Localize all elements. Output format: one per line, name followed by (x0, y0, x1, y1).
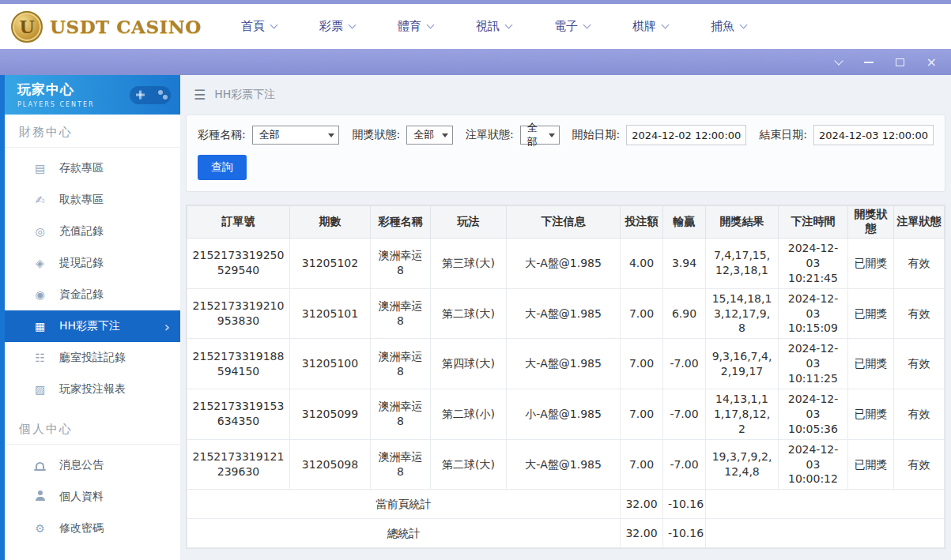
cell-order-status: 有效 (894, 339, 945, 389)
col-header-bet-info: 下注信息 (507, 206, 621, 239)
chevron-down-icon (834, 56, 843, 65)
nav-item-sports[interactable]: 體育 (376, 4, 455, 49)
gold-coin-logo-icon: U (11, 11, 43, 43)
deposit-icon: ▤ (33, 162, 47, 175)
cell-draw-status: 已開獎 (848, 239, 894, 289)
start-date-label: 開始日期: (572, 128, 621, 142)
end-date-label: 結束日期: (759, 128, 807, 142)
col-header-order-status: 注單狀態 (894, 206, 945, 239)
maximize-icon (896, 58, 904, 66)
sidebar-item-withdraw[interactable]: ✍ 取款專區 (5, 184, 180, 216)
cell-draw-status: 已開獎 (848, 389, 894, 440)
table-row: 2152173319121239630 31205098 澳洲幸运8 第二球(大… (187, 439, 945, 490)
lottery-bet-icon: ▦ (33, 320, 47, 333)
menu-toggle-icon[interactable]: ☰ (194, 87, 206, 103)
main-menu: 首頁 彩票 體育 視訊 電子 棋牌 捕魚 (220, 4, 768, 49)
chevron-down-icon (662, 21, 670, 28)
chevron-down-icon (270, 21, 278, 28)
cell-bet-amount: 7.00 (621, 439, 663, 490)
table-row: 2152173319250529540 31205102 澳洲幸运8 第三球(大… (187, 239, 945, 289)
page-summary-empty (706, 490, 945, 519)
section-agent-center: 代理中心 (5, 551, 180, 560)
cell-draw-result: 7,4,17,15,12,3,18,1 (706, 239, 779, 289)
chevron-down-icon (505, 21, 513, 28)
cell-bet-time: 2024-12-03 10:21:45 (779, 239, 848, 289)
end-date-input[interactable] (813, 125, 934, 145)
maximize-button[interactable] (896, 58, 904, 66)
nav-item-live-video[interactable]: 視訊 (455, 4, 533, 49)
sidebar-item-change-password[interactable]: ⚙ 修改密碼 (5, 513, 180, 544)
minimize-button[interactable] (864, 62, 874, 63)
cell-bet-time: 2024-12-03 10:05:36 (779, 389, 848, 440)
sidebar-item-label: HH彩票下注 (59, 319, 120, 333)
cashout-record-icon: ◈ (33, 257, 47, 269)
sidebar-item-announcements[interactable]: 消息公告 (5, 449, 180, 481)
page-title: HH彩票下注 (214, 88, 275, 102)
cell-draw-result: 15,14,18,13,12,17,9,8 (706, 288, 779, 339)
cell-win-loss: -7.00 (663, 439, 706, 490)
table-row: 2152173319188594150 31205100 澳洲幸运8 第四球(大… (187, 339, 945, 389)
sidebar-item-hall-bet-records[interactable]: ☷ 廳室投註記錄 (5, 342, 180, 374)
nav-item-board-games[interactable]: 棋牌 (611, 4, 689, 49)
main-content: ☰ HH彩票下注 彩種名稱: 全部 開獎狀態: 全部 注單狀態: 全部 (180, 75, 951, 560)
sidebar-item-label: 充值記錄 (59, 224, 104, 239)
bet-records-table: 訂單號 期數 彩種名稱 玩法 下注信息 投注額 輸贏 開獎結果 下注時間 開獎狀… (187, 205, 945, 548)
cell-draw-status: 已開獎 (848, 339, 894, 389)
sidebar-item-profile[interactable]: 個人資料 (5, 481, 180, 513)
cell-bet-amount: 7.00 (621, 389, 663, 440)
chevron-down-icon (427, 21, 435, 28)
bell-icon (33, 459, 47, 472)
sidebar-item-label: 取款專區 (59, 193, 104, 207)
grand-summary-win-loss: -10.16 (663, 519, 706, 548)
sidebar-item-label: 個人資料 (59, 490, 104, 504)
section-finance-center: 財務中心 (5, 115, 180, 148)
order-status-select[interactable]: 全部 (520, 126, 560, 145)
draw-status-label: 開獎狀態: (352, 128, 400, 142)
cell-draw-result: 19,3,7,9,2,12,4,8 (706, 439, 779, 490)
sidebar-item-fund-records[interactable]: ◉ 資金記錄 (5, 279, 180, 310)
cell-lottery-name: 澳洲幸运8 (371, 239, 431, 289)
collapse-button[interactable] (836, 61, 842, 64)
sidebar-item-withdrawal-records[interactable]: ◈ 提現記錄 (5, 247, 180, 279)
cell-bet-time: 2024-12-03 10:11:25 (779, 339, 848, 389)
chevron-down-icon (583, 21, 591, 28)
nav-item-home[interactable]: 首頁 (220, 4, 298, 49)
nav-label: 體育 (398, 19, 421, 34)
chevron-right-icon: › (164, 318, 170, 335)
sidebar-item-label: 廳室投註記錄 (59, 351, 126, 365)
sidebar-item-recharge-records[interactable]: ◎ 充值記錄 (5, 216, 180, 247)
cell-lottery-name: 澳洲幸运8 (371, 439, 431, 490)
search-button[interactable]: 查詢 (198, 155, 247, 180)
cell-bet-amount: 7.00 (621, 288, 663, 339)
sidebar-item-hh-lottery-bets[interactable]: ▦ HH彩票下注 › (5, 310, 180, 342)
cell-draw-status: 已開獎 (848, 439, 894, 490)
user-icon (33, 490, 47, 503)
col-header-bet-time: 下注時間 (779, 206, 848, 239)
grand-summary-label: 總統計 (187, 519, 621, 548)
nav-item-slots[interactable]: 電子 (533, 4, 611, 49)
sidebar-item-player-bet-report[interactable]: ▨ 玩家投注報表 (5, 374, 180, 405)
nav-item-fishing[interactable]: 捕魚 (689, 4, 768, 49)
close-button[interactable]: × (926, 56, 937, 69)
col-header-issue: 期數 (290, 206, 371, 239)
grand-summary-bet-total: 32.00 (621, 519, 663, 548)
filter-row: 彩種名稱: 全部 開獎狀態: 全部 注單狀態: 全部 開始日期: 結束日期: (198, 125, 934, 145)
draw-status-select[interactable]: 全部 (406, 126, 453, 145)
select-caret-icon (549, 133, 555, 137)
start-date-input[interactable] (626, 125, 746, 145)
table-row: 2152173319210953830 31205101 澳洲幸运8 第二球(大… (187, 288, 945, 339)
col-header-lottery-name: 彩種名稱 (371, 206, 431, 239)
sidebar-item-deposit[interactable]: ▤ 存款專區 (5, 152, 180, 184)
cell-play-type: 第三球(大) (431, 239, 507, 289)
gear-icon: ⚙ (33, 522, 47, 535)
cell-play-type: 第四球(大) (431, 339, 507, 389)
cell-lottery-name: 澳洲幸运8 (371, 288, 431, 339)
table-row-grand-summary: 總統計 32.00 -10.16 (187, 519, 945, 548)
lottery-name-select[interactable]: 全部 (252, 126, 340, 145)
cell-bet-time: 2024-12-03 10:15:09 (779, 288, 848, 339)
table-header-row: 訂單號 期數 彩種名稱 玩法 下注信息 投注額 輸贏 開獎結果 下注時間 開獎狀… (187, 206, 945, 239)
chevron-down-icon (349, 21, 357, 28)
nav-item-lottery[interactable]: 彩票 (298, 4, 376, 49)
grand-summary-empty (706, 519, 945, 548)
section-personal-center: 個人中心 (5, 412, 180, 445)
